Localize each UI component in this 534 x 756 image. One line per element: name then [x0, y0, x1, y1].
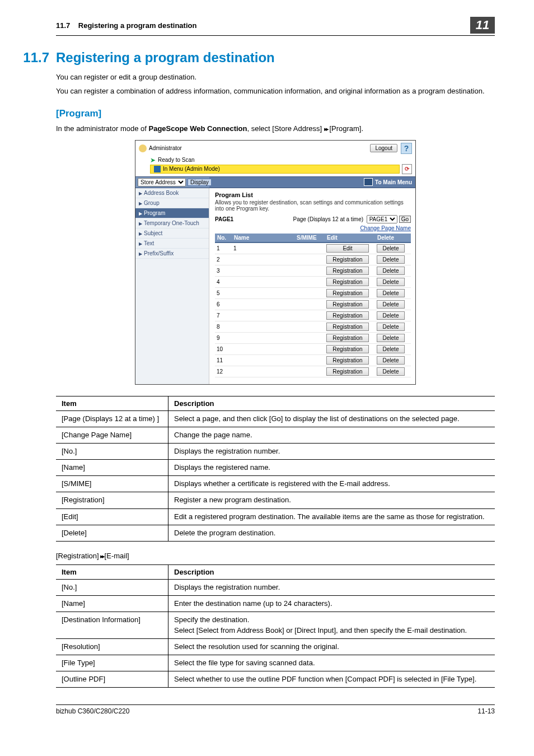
change-page-name-link[interactable]: Change Page Name: [360, 225, 411, 231]
item-cell: [S/MIME]: [56, 476, 168, 492]
registration-button[interactable]: Registration: [326, 255, 369, 264]
cell-delete: Delete: [375, 354, 411, 366]
description-cell: Displays the registered name.: [168, 460, 495, 476]
description-cell: Displays the registration number.: [168, 580, 495, 596]
sidebar-item[interactable]: ▶Text: [135, 239, 209, 249]
section-title-text: Registering a program destination: [56, 50, 275, 65]
registration-button[interactable]: Registration: [326, 300, 369, 309]
triangle-icon: ▶: [139, 211, 142, 216]
cell-delete: Delete: [375, 343, 411, 354]
delete-button[interactable]: Delete: [377, 300, 405, 309]
delete-button[interactable]: Delete: [377, 334, 405, 342]
table-row: 2RegistrationDelete: [215, 254, 411, 265]
cell-delete: Delete: [375, 321, 411, 332]
home-icon[interactable]: [364, 178, 373, 186]
table-row: 11EditDelete: [215, 242, 411, 254]
status-arrow-icon: ➤: [150, 156, 156, 164]
refresh-icon[interactable]: ⟳: [402, 164, 412, 174]
delete-button[interactable]: Delete: [377, 267, 405, 275]
table-row: [No.]Displays the registration number.: [56, 443, 495, 459]
cell-edit: Registration: [325, 321, 375, 332]
sidebar-item-label: Text: [144, 240, 154, 246]
delete-button[interactable]: Delete: [377, 244, 405, 253]
table-row: 10RegistrationDelete: [215, 343, 411, 354]
go-button[interactable]: Go: [399, 216, 411, 223]
chain-arrow-icon: [99, 552, 105, 560]
sidebar-item-label: Subject: [144, 230, 162, 236]
sidebar-item[interactable]: ▶Program: [135, 208, 209, 218]
registration-button[interactable]: Registration: [326, 311, 369, 320]
delete-button[interactable]: Delete: [377, 345, 405, 353]
table-row: 4RegistrationDelete: [215, 276, 411, 287]
sidebar-item[interactable]: ▶Temporary One-Touch: [135, 218, 209, 228]
delete-button[interactable]: Delete: [377, 255, 405, 264]
registration-button[interactable]: Registration: [326, 367, 369, 376]
display-button[interactable]: Display: [188, 179, 212, 186]
cell-edit: Registration: [325, 354, 375, 366]
table-row: [Registration]Register a new program des…: [56, 492, 495, 508]
section-heading: 11.7Registering a program destination: [56, 50, 495, 66]
delete-button[interactable]: Delete: [377, 356, 405, 365]
cell-smime: [294, 298, 325, 310]
page-select[interactable]: PAGE1: [367, 215, 397, 223]
table-row: 7RegistrationDelete: [215, 310, 411, 321]
page-at-a-time-label: Page (Displays 12 at a time): [293, 216, 363, 222]
table-row: [S/MIME]Displays whether a certificate i…: [56, 476, 495, 492]
lead-in-suffix: , select [Store Address]: [247, 124, 324, 133]
registration-button[interactable]: Registration: [326, 345, 369, 353]
table-row: 6RegistrationDelete: [215, 298, 411, 310]
cell-name: [232, 310, 294, 321]
cell-name: 1: [232, 242, 294, 254]
registration-email-chain: [Registration][E-mail]: [56, 552, 495, 560]
registration-button[interactable]: Registration: [326, 267, 369, 275]
delete-button[interactable]: Delete: [377, 278, 405, 286]
cell-smime: [294, 242, 325, 254]
t2-head-item: Item: [56, 565, 168, 580]
table-row: [Outline PDF]Select whether to use the o…: [56, 671, 495, 688]
delete-button[interactable]: Delete: [377, 311, 405, 320]
cell-smime: [294, 310, 325, 321]
lead-in-tail: [Program].: [327, 124, 363, 133]
logout-button[interactable]: Logout: [370, 144, 397, 152]
table-row: [File Type]Select the file type for savi…: [56, 655, 495, 671]
description-cell: Select the file type for saving scanned …: [168, 655, 495, 671]
cell-delete: Delete: [375, 366, 411, 377]
status-ready: Ready to Scan: [158, 157, 195, 163]
description-cell: Displays whether a certificate is regist…: [168, 476, 495, 492]
table-row: [Name]Enter the destination name (up to …: [56, 596, 495, 612]
registration-button[interactable]: Registration: [326, 323, 369, 331]
col-smime: S/MIME: [294, 234, 325, 242]
sidebar-item[interactable]: ▶Prefix/Suffix: [135, 249, 209, 259]
item-cell: [File Type]: [56, 655, 168, 671]
cell-delete: Delete: [375, 265, 411, 276]
registration-button[interactable]: Registration: [326, 278, 369, 286]
cell-edit: Registration: [325, 298, 375, 310]
delete-button[interactable]: Delete: [377, 323, 405, 331]
delete-button[interactable]: Delete: [377, 367, 405, 376]
content-panel-desc: Allows you to register destination, scan…: [215, 199, 411, 212]
cell-edit: Registration: [325, 254, 375, 265]
sidebar-item[interactable]: ▶Address Book: [135, 188, 209, 198]
item-cell: [No.]: [56, 580, 168, 596]
cell-smime: [294, 354, 325, 366]
delete-button[interactable]: Delete: [377, 289, 405, 297]
to-main-menu-link[interactable]: To Main Menu: [375, 179, 412, 185]
sidebar-item[interactable]: ▶Subject: [135, 228, 209, 239]
description-cell: Select the resolution used for scanning …: [168, 638, 495, 655]
cell-delete: Delete: [375, 298, 411, 310]
registration-button[interactable]: Registration: [326, 356, 369, 365]
cell-name: [232, 287, 294, 298]
registration-button[interactable]: Registration: [326, 289, 369, 297]
help-icon[interactable]: ?: [401, 143, 412, 154]
description-cell: Edit a registered program destination. T…: [168, 508, 495, 525]
edit-button[interactable]: Edit: [326, 244, 369, 253]
col-name: Name: [232, 234, 294, 242]
description-cell: Change the page name.: [168, 427, 495, 443]
item-cell: [Outline PDF]: [56, 671, 168, 688]
col-no: No.: [215, 234, 232, 242]
sidebar-item[interactable]: ▶Group: [135, 198, 209, 208]
t1-head-desc: Description: [168, 396, 495, 410]
store-address-select[interactable]: Store Address: [138, 178, 186, 186]
item-cell: [Page (Displays 12 at a time) ]: [56, 410, 168, 427]
registration-button[interactable]: Registration: [326, 334, 369, 342]
